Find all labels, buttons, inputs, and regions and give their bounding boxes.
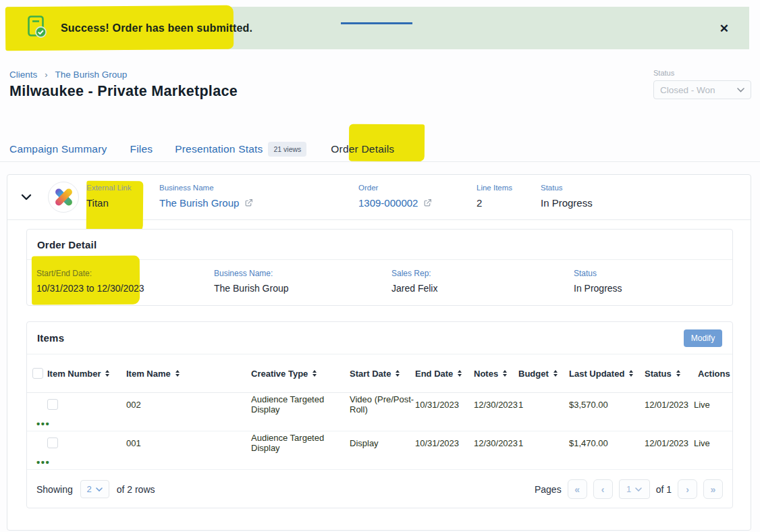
business-name-label: Business Name <box>159 184 253 192</box>
order-detail-title: Order Detail <box>37 239 97 250</box>
column-status[interactable]: Status <box>645 369 694 379</box>
cell-status: Live <box>694 400 732 410</box>
row-actions-ellipsis-icon[interactable]: ••• <box>32 418 47 429</box>
order-number-link[interactable]: 1309-000002 <box>358 197 432 209</box>
line-items-label: Line Items <box>477 184 512 192</box>
row-checkbox[interactable] <box>47 399 58 410</box>
business-name-link[interactable]: The Burish Group <box>159 197 253 209</box>
cell-item-name: Audience Targeted Display <box>251 433 350 453</box>
column-item-name[interactable]: Item Name <box>126 369 251 379</box>
chevron-down-icon <box>96 487 103 491</box>
modify-button[interactable]: Modify <box>684 329 722 347</box>
select-all-checkbox[interactable] <box>32 368 43 379</box>
cell-creative-type: Display <box>350 438 415 448</box>
pagination: Pages « ‹ 1 of 1 › » <box>535 479 723 499</box>
line-items-cell: Line Items 2 <box>477 184 512 209</box>
status-filter-select[interactable]: Closed - Won <box>653 80 751 99</box>
sort-icon <box>396 370 400 377</box>
sales-rep-field: Sales Rep: Jared Felix <box>391 269 437 294</box>
cell-last-updated: 12/01/2023 <box>645 438 694 448</box>
column-budget[interactable]: Budget <box>518 369 569 379</box>
order-number-cell: Order 1309-000002 <box>358 184 432 209</box>
items-table-header: Item Number Item Name Creative Type Star… <box>27 354 732 393</box>
column-end-date[interactable]: End Date <box>415 369 474 379</box>
cell-end-date: 12/30/2023 <box>474 438 518 448</box>
success-banner: Success! Order has been submitted. ✕ <box>7 7 749 49</box>
banner-close-icon[interactable]: ✕ <box>720 22 729 34</box>
sort-icon <box>629 370 633 377</box>
cell-notes: 1 <box>518 400 569 410</box>
tab-campaign-summary[interactable]: Campaign Summary <box>9 143 107 155</box>
sort-icon <box>313 370 317 377</box>
order-status-value: In Progress <box>541 197 593 209</box>
column-item-number[interactable]: Item Number <box>47 369 126 379</box>
tab-order-details[interactable]: Order Details <box>331 143 394 155</box>
active-tab-underline <box>341 22 412 24</box>
cell-notes: 1 <box>518 438 569 448</box>
showing-label: Showing <box>36 484 73 495</box>
sales-rep-label: Sales Rep: <box>391 269 437 278</box>
page-title: Milwaukee - Private Marketplace <box>9 83 238 100</box>
status-filter: Status Closed - Won <box>653 69 751 99</box>
status-filter-value: Closed - Won <box>660 85 715 95</box>
page-number-select[interactable]: 1 <box>619 479 650 499</box>
column-last-updated[interactable]: Last Updated <box>569 369 645 379</box>
detail-business-name-value: The Burish Group <box>214 283 289 294</box>
start-end-date-value: 10/31/2023 to 12/30/2023 <box>36 283 144 294</box>
breadcrumb: Clients › The Burish Group <box>9 70 127 80</box>
start-end-date-field: Start/End Date: 10/31/2023 to 12/30/2023 <box>36 269 144 294</box>
cell-budget: $3,570.00 <box>569 400 645 410</box>
order-summary-row: External Link Titan Business Name The Bu… <box>7 175 751 220</box>
external-link-cell: External Link Titan <box>86 184 131 209</box>
breadcrumb-clients-link[interactable]: Clients <box>9 70 37 80</box>
cell-item-name: Audience Targeted Display <box>251 394 350 415</box>
items-title: Items <box>37 332 64 344</box>
last-page-button[interactable]: » <box>703 479 723 499</box>
order-status-label: Status <box>541 184 593 192</box>
sort-icon <box>175 370 180 377</box>
sort-icon <box>458 370 462 377</box>
row-checkbox[interactable] <box>47 437 58 448</box>
page: Success! Order has been submitted. ✕ Cli… <box>0 0 760 532</box>
sort-icon <box>503 370 507 377</box>
views-badge: 21 views <box>268 142 306 157</box>
prev-page-button[interactable]: ‹ <box>593 479 613 499</box>
sort-icon <box>676 370 680 377</box>
pages-label: Pages <box>535 484 562 495</box>
order-detail-card: Order Detail Start/End Date: 10/31/2023 … <box>26 229 733 306</box>
first-page-button[interactable]: « <box>568 479 587 499</box>
table-row: 002 Audience Targeted Display Video (Pre… <box>27 393 732 431</box>
of-rows-label: of 2 rows <box>117 484 155 495</box>
detail-status-label: Status <box>574 269 622 278</box>
order-number-label: Order <box>358 184 432 192</box>
cell-creative-type: Video (Pre/Post-Roll) <box>350 394 415 415</box>
cell-item-number: 001 <box>126 438 251 448</box>
collapse-chevron-icon[interactable] <box>21 192 32 203</box>
cell-start-date: 10/31/2023 <box>415 400 474 410</box>
column-creative-type[interactable]: Creative Type <box>251 369 350 379</box>
cell-budget: $1,470.00 <box>569 438 645 448</box>
line-items-value: 2 <box>477 197 512 209</box>
breadcrumb-client-link[interactable]: The Burish Group <box>55 70 128 80</box>
column-actions: Actions <box>694 369 732 379</box>
cell-item-number: 002 <box>126 400 251 410</box>
next-page-button[interactable]: › <box>678 479 697 499</box>
of-pages-label: of 1 <box>656 484 672 495</box>
tab-presentation-stats[interactable]: Presentation Stats <box>175 143 263 155</box>
row-actions-ellipsis-icon[interactable]: ••• <box>32 456 47 468</box>
order-status-cell: Status In Progress <box>541 184 593 209</box>
sort-icon <box>553 370 558 377</box>
column-start-date[interactable]: Start Date <box>350 369 415 379</box>
chevron-down-icon <box>635 487 642 491</box>
cell-start-date: 10/31/2023 <box>415 438 474 448</box>
external-link-label: External Link <box>86 184 131 192</box>
business-name-cell: Business Name The Burish Group <box>159 184 253 209</box>
tab-files[interactable]: Files <box>130 143 153 155</box>
external-link-value: Titan <box>86 197 131 209</box>
external-link-icon <box>423 198 432 207</box>
detail-business-name-field: Business Name: The Burish Group <box>214 269 289 294</box>
success-document-icon <box>27 15 47 42</box>
external-link-icon <box>244 198 253 207</box>
page-size-select[interactable]: 2 <box>80 480 109 498</box>
column-notes[interactable]: Notes <box>474 369 518 379</box>
